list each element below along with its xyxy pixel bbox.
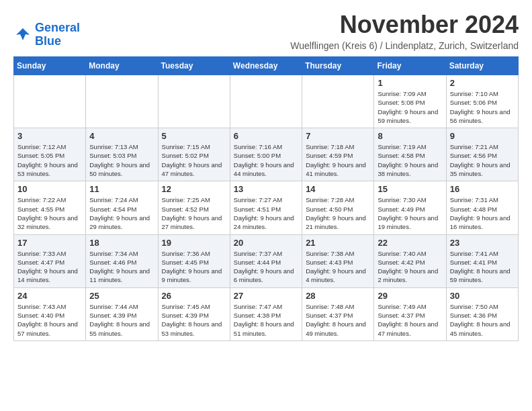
day-number: 24 xyxy=(17,291,82,301)
day-cell: 6Sunrise: 7:16 AM Sunset: 5:00 PM Daylig… xyxy=(230,128,302,181)
logo: General Blue xyxy=(13,21,80,48)
day-number: 11 xyxy=(89,184,154,194)
day-cell xyxy=(230,75,302,128)
day-number: 23 xyxy=(450,238,515,248)
calendar-table: SundayMondayTuesdayWednesdayThursdayFrid… xyxy=(13,56,519,341)
day-info: Sunrise: 7:09 AM Sunset: 5:08 PM Dayligh… xyxy=(378,89,442,125)
logo-line2: Blue xyxy=(35,35,80,48)
weekday-friday: Friday xyxy=(374,57,446,75)
day-cell: 22Sunrise: 7:40 AM Sunset: 4:42 PM Dayli… xyxy=(374,234,446,287)
svg-marker-0 xyxy=(16,28,30,40)
day-cell: 2Sunrise: 7:10 AM Sunset: 5:06 PM Daylig… xyxy=(446,75,518,128)
day-number: 8 xyxy=(378,131,442,141)
day-info: Sunrise: 7:34 AM Sunset: 4:46 PM Dayligh… xyxy=(89,249,154,285)
day-number: 18 xyxy=(89,238,154,248)
day-number: 17 xyxy=(17,238,82,248)
day-number: 26 xyxy=(162,291,226,301)
day-number: 21 xyxy=(306,238,370,248)
day-cell: 18Sunrise: 7:34 AM Sunset: 4:46 PM Dayli… xyxy=(86,234,158,287)
day-number: 30 xyxy=(450,291,515,301)
day-cell: 11Sunrise: 7:24 AM Sunset: 4:54 PM Dayli… xyxy=(86,181,158,234)
day-cell: 4Sunrise: 7:13 AM Sunset: 5:03 PM Daylig… xyxy=(86,128,158,181)
day-cell: 19Sunrise: 7:36 AM Sunset: 4:45 PM Dayli… xyxy=(158,234,230,287)
day-cell xyxy=(86,75,158,128)
day-cell: 14Sunrise: 7:28 AM Sunset: 4:50 PM Dayli… xyxy=(302,181,374,234)
day-number: 28 xyxy=(306,291,370,301)
header-right: November 2024 Wuelflingen (Kreis 6) / Li… xyxy=(290,11,519,51)
day-info: Sunrise: 7:18 AM Sunset: 4:59 PM Dayligh… xyxy=(306,142,370,178)
page-container: General Blue November 2024 Wuelflingen (… xyxy=(0,0,532,352)
day-info: Sunrise: 7:21 AM Sunset: 4:56 PM Dayligh… xyxy=(450,142,515,178)
day-number: 15 xyxy=(378,184,442,194)
weekday-tuesday: Tuesday xyxy=(158,57,230,75)
weekday-header-row: SundayMondayTuesdayWednesdayThursdayFrid… xyxy=(14,57,519,75)
day-cell: 13Sunrise: 7:27 AM Sunset: 4:51 PM Dayli… xyxy=(230,181,302,234)
day-cell: 7Sunrise: 7:18 AM Sunset: 4:59 PM Daylig… xyxy=(302,128,374,181)
day-cell: 8Sunrise: 7:19 AM Sunset: 4:58 PM Daylig… xyxy=(374,128,446,181)
weekday-saturday: Saturday xyxy=(446,57,518,75)
logo-text: General Blue xyxy=(35,21,80,48)
weekday-sunday: Sunday xyxy=(14,57,86,75)
calendar-header: SundayMondayTuesdayWednesdayThursdayFrid… xyxy=(14,57,519,75)
day-info: Sunrise: 7:50 AM Sunset: 4:36 PM Dayligh… xyxy=(450,302,515,338)
week-row-4: 24Sunrise: 7:43 AM Sunset: 4:40 PM Dayli… xyxy=(14,287,519,340)
day-info: Sunrise: 7:41 AM Sunset: 4:41 PM Dayligh… xyxy=(450,249,515,285)
day-number: 5 xyxy=(162,131,226,141)
day-info: Sunrise: 7:28 AM Sunset: 4:50 PM Dayligh… xyxy=(306,195,370,231)
day-number: 3 xyxy=(17,131,82,141)
day-info: Sunrise: 7:19 AM Sunset: 4:58 PM Dayligh… xyxy=(378,142,442,178)
day-cell: 16Sunrise: 7:31 AM Sunset: 4:48 PM Dayli… xyxy=(446,181,518,234)
day-info: Sunrise: 7:22 AM Sunset: 4:55 PM Dayligh… xyxy=(17,195,82,231)
day-info: Sunrise: 7:15 AM Sunset: 5:02 PM Dayligh… xyxy=(162,142,226,178)
week-row-3: 17Sunrise: 7:33 AM Sunset: 4:47 PM Dayli… xyxy=(14,234,519,287)
week-row-2: 10Sunrise: 7:22 AM Sunset: 4:55 PM Dayli… xyxy=(14,181,519,234)
day-number: 12 xyxy=(162,184,226,194)
day-info: Sunrise: 7:12 AM Sunset: 5:05 PM Dayligh… xyxy=(17,142,82,178)
day-info: Sunrise: 7:36 AM Sunset: 4:45 PM Dayligh… xyxy=(162,249,226,285)
day-number: 9 xyxy=(450,131,515,141)
day-number: 1 xyxy=(378,78,442,88)
day-info: Sunrise: 7:31 AM Sunset: 4:48 PM Dayligh… xyxy=(450,195,515,231)
logo-line1: General xyxy=(35,21,80,34)
day-number: 7 xyxy=(306,131,370,141)
day-cell: 3Sunrise: 7:12 AM Sunset: 5:05 PM Daylig… xyxy=(14,128,86,181)
day-cell: 27Sunrise: 7:47 AM Sunset: 4:38 PM Dayli… xyxy=(230,287,302,340)
day-cell: 15Sunrise: 7:30 AM Sunset: 4:49 PM Dayli… xyxy=(374,181,446,234)
location: Wuelflingen (Kreis 6) / Lindenplatz, Zur… xyxy=(290,40,519,51)
day-number: 29 xyxy=(378,291,442,301)
weekday-thursday: Thursday xyxy=(302,57,374,75)
day-info: Sunrise: 7:37 AM Sunset: 4:44 PM Dayligh… xyxy=(234,249,298,285)
day-cell: 10Sunrise: 7:22 AM Sunset: 4:55 PM Dayli… xyxy=(14,181,86,234)
month-title: November 2024 xyxy=(290,11,519,39)
day-info: Sunrise: 7:45 AM Sunset: 4:39 PM Dayligh… xyxy=(162,302,226,338)
day-cell: 24Sunrise: 7:43 AM Sunset: 4:40 PM Dayli… xyxy=(14,287,86,340)
day-info: Sunrise: 7:10 AM Sunset: 5:06 PM Dayligh… xyxy=(450,89,515,125)
day-info: Sunrise: 7:27 AM Sunset: 4:51 PM Dayligh… xyxy=(234,195,298,231)
day-number: 16 xyxy=(450,184,515,194)
day-number: 6 xyxy=(234,131,298,141)
day-info: Sunrise: 7:44 AM Sunset: 4:39 PM Dayligh… xyxy=(89,302,154,338)
day-cell: 28Sunrise: 7:48 AM Sunset: 4:37 PM Dayli… xyxy=(302,287,374,340)
day-cell xyxy=(158,75,230,128)
day-cell: 23Sunrise: 7:41 AM Sunset: 4:41 PM Dayli… xyxy=(446,234,518,287)
day-info: Sunrise: 7:16 AM Sunset: 5:00 PM Dayligh… xyxy=(234,142,298,178)
day-cell: 9Sunrise: 7:21 AM Sunset: 4:56 PM Daylig… xyxy=(446,128,518,181)
day-info: Sunrise: 7:30 AM Sunset: 4:49 PM Dayligh… xyxy=(378,195,442,231)
day-info: Sunrise: 7:40 AM Sunset: 4:42 PM Dayligh… xyxy=(378,249,442,285)
weekday-monday: Monday xyxy=(86,57,158,75)
day-number: 10 xyxy=(17,184,82,194)
week-row-1: 3Sunrise: 7:12 AM Sunset: 5:05 PM Daylig… xyxy=(14,128,519,181)
day-cell: 29Sunrise: 7:49 AM Sunset: 4:37 PM Dayli… xyxy=(374,287,446,340)
day-number: 2 xyxy=(450,78,515,88)
day-info: Sunrise: 7:24 AM Sunset: 4:54 PM Dayligh… xyxy=(89,195,154,231)
day-number: 25 xyxy=(89,291,154,301)
day-info: Sunrise: 7:49 AM Sunset: 4:37 PM Dayligh… xyxy=(378,302,442,338)
logo-icon xyxy=(13,26,32,44)
day-info: Sunrise: 7:38 AM Sunset: 4:43 PM Dayligh… xyxy=(306,249,370,285)
day-info: Sunrise: 7:33 AM Sunset: 4:47 PM Dayligh… xyxy=(17,249,82,285)
day-cell xyxy=(302,75,374,128)
day-number: 14 xyxy=(306,184,370,194)
week-row-0: 1Sunrise: 7:09 AM Sunset: 5:08 PM Daylig… xyxy=(14,75,519,128)
day-cell: 20Sunrise: 7:37 AM Sunset: 4:44 PM Dayli… xyxy=(230,234,302,287)
day-cell: 12Sunrise: 7:25 AM Sunset: 4:52 PM Dayli… xyxy=(158,181,230,234)
